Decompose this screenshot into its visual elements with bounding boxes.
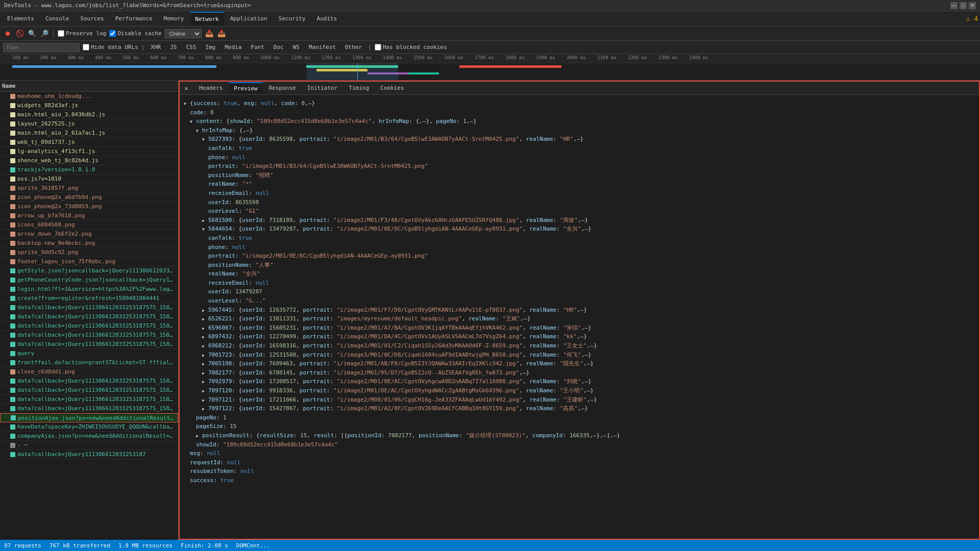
tab-initiator[interactable]: Initiator <box>302 82 343 94</box>
filter-img[interactable]: Img <box>202 43 218 51</box>
filter-doc[interactable]: Doc <box>271 43 287 51</box>
filter-manifest[interactable]: Manifest <box>306 43 339 51</box>
expand-r9[interactable] <box>202 377 208 386</box>
hide-data-urls-checkbox[interactable]: Hide data URLs <box>83 44 138 51</box>
expand-root[interactable] <box>184 99 190 108</box>
list-item[interactable]: data?callback=jQuery11130661203325318757… <box>0 404 178 413</box>
disable-cache-checkbox[interactable]: Disable cache <box>109 30 161 37</box>
list-item[interactable]: icon_phone@2x_73d8859.png <box>0 202 178 211</box>
tab-performance[interactable]: Performance <box>110 12 158 26</box>
list-item[interactable]: frontffail.do?action=grantST&ticket=ST-f… <box>0 358 178 367</box>
export-button[interactable]: 📤 <box>217 29 226 38</box>
list-item[interactable]: main.html_aio_2_61a7ac1.js <box>0 129 178 138</box>
list-item[interactable]: main.html_aio_3.0436db2.js <box>0 110 178 119</box>
tab-memory[interactable]: Memory <box>159 12 189 26</box>
list-item[interactable]: data?callback=jQuery11130661203325318757… <box>0 386 178 395</box>
expand-hrInfoMap[interactable] <box>196 126 202 135</box>
list-item[interactable]: footer_lagou_icon_75f0ebc.png <box>0 257 178 266</box>
list-item[interactable]: arrow_up_b7a7618.png <box>0 211 178 220</box>
clear-button[interactable]: 🚫 <box>15 29 24 38</box>
list-item[interactable]: lg-analytics_4f13cf1.js <box>0 147 178 156</box>
expand-r2[interactable] <box>202 314 208 323</box>
expand-r1[interactable] <box>202 306 208 315</box>
throttle-select[interactable]: Online Fast 3G Slow 3G <box>165 29 202 38</box>
filter-font[interactable]: Font <box>248 43 267 51</box>
filter-js[interactable]: JS <box>167 43 180 51</box>
tab-timing[interactable]: Timing <box>344 82 374 94</box>
minimize-button[interactable]: — <box>950 2 958 9</box>
tab-response[interactable]: Response <box>264 82 301 94</box>
list-item[interactable]: getPhoneCountryCode.json?jsoncallback=jQ… <box>0 276 178 285</box>
maximize-button[interactable]: □ <box>960 2 967 9</box>
window-controls[interactable]: — □ ✕ <box>950 2 976 9</box>
expand-r6[interactable] <box>202 350 208 360</box>
list-item[interactable]: trackjs?version=1.0.1.0 <box>0 165 178 174</box>
list-item[interactable]: data?callback=jQuery11130661203325318757… <box>0 340 178 349</box>
tab-console[interactable]: Console <box>40 12 74 26</box>
filter-xhr[interactable]: XHR <box>148 43 164 51</box>
list-item[interactable]: data?callback=jQuery11130661203325318757… <box>0 312 178 321</box>
list-item[interactable]: data?callback=jQuery11130661203325318757… <box>0 321 178 331</box>
tab-cookies[interactable]: Cookies <box>375 82 409 94</box>
list-item[interactable]: layout_2627525.js <box>0 119 178 129</box>
expand-r10[interactable] <box>202 386 208 395</box>
expand-r11[interactable] <box>202 395 208 405</box>
filter-css[interactable]: CSS <box>183 43 199 51</box>
tab-sources[interactable]: Sources <box>75 12 109 26</box>
filter-ws[interactable]: WS <box>290 43 303 51</box>
list-item[interactable]: sprite_361857f.png <box>0 184 178 193</box>
list-item[interactable]: sprite_9dd5c92.png <box>0 248 178 257</box>
list-item[interactable]: - ~ <box>0 441 178 450</box>
list-item[interactable]: getStyle.json?jsoncallback=jQuery1113066… <box>0 266 178 276</box>
expand-content[interactable] <box>190 117 196 126</box>
filter-media[interactable]: Media <box>222 43 244 51</box>
expand-r8[interactable] <box>202 368 208 378</box>
expand-posResult[interactable] <box>196 431 202 440</box>
expand-hr3[interactable] <box>202 224 208 234</box>
preserve-log-checkbox[interactable]: Preserve log <box>58 30 106 37</box>
list-item[interactable]: data?callback=jQuery11130661203325318757… <box>0 303 178 312</box>
expand-r5[interactable] <box>202 341 208 350</box>
expand-r4[interactable] <box>202 332 208 341</box>
blocked-cookies-checkbox[interactable]: Has blocked cookies <box>375 44 447 51</box>
list-item[interactable]: haveData?spaceKey=ZHIWEISOUSUOYE_QQQUN&c… <box>0 422 178 432</box>
list-item[interactable]: create?from=register&refresh=15884810844… <box>0 294 178 303</box>
preserve-log-input[interactable] <box>58 30 64 37</box>
preview-content[interactable]: {success: true, msg: null, code: 0,—} co… <box>180 95 979 539</box>
close-panel-button[interactable]: ✕ <box>182 84 191 93</box>
list-item[interactable]: shence_web_tj_8c02b4d.js <box>0 156 178 165</box>
list-item[interactable]: data?callback=jQuery11130661203325318757… <box>0 377 178 386</box>
hide-data-urls-input[interactable] <box>83 44 89 51</box>
search-button[interactable]: 🔎 <box>40 29 49 38</box>
list-item[interactable]: query <box>0 349 178 358</box>
record-button[interactable]: ⏺ <box>3 29 12 38</box>
expand-r12[interactable] <box>202 404 208 413</box>
list-item[interactable]: close_c6d8dd1.png <box>0 367 178 377</box>
list-item[interactable]: icons_6084500.png <box>0 220 178 230</box>
tab-elements[interactable]: Elements <box>2 12 39 26</box>
list-item[interactable]: login.html?fl=1&service=https%3A%2F%2Fww… <box>0 285 178 294</box>
disable-cache-input[interactable] <box>109 30 116 37</box>
list-item[interactable]: widgets_882d3af.js <box>0 101 178 110</box>
blocked-cookies-input[interactable] <box>375 44 381 51</box>
expand-r7[interactable] <box>202 359 208 368</box>
tab-audits[interactable]: Audits <box>312 12 342 26</box>
import-button[interactable]: 📥 <box>205 29 214 38</box>
tab-headers[interactable]: Headers <box>194 82 228 94</box>
list-item[interactable]: oss.js?v=1010 <box>0 174 178 184</box>
tab-preview[interactable]: Preview <box>229 82 262 94</box>
expand-r3[interactable] <box>202 323 208 333</box>
expand-hr[interactable] <box>202 135 208 144</box>
list-item[interactable]: data?callback=jQuery11130661203325318757… <box>0 331 178 340</box>
tab-network[interactable]: Network <box>190 12 224 26</box>
close-button[interactable]: ✕ <box>969 2 976 9</box>
list-item[interactable]: backtop-new_0e4bcbc.png <box>0 239 178 248</box>
filter-other[interactable]: Other <box>342 43 365 51</box>
list-item-bottom[interactable]: data?callback=jQuery111306612033253187 <box>0 450 178 459</box>
list-item[interactable]: companyAjax.json?px=new&needAdditionalRe… <box>0 432 178 441</box>
filter-input[interactable] <box>3 43 80 52</box>
tab-security[interactable]: Security <box>274 12 311 26</box>
expand-hr2[interactable] <box>202 216 208 225</box>
list-item[interactable]: arrow_down_7b6f2e2.png <box>0 230 178 239</box>
selected-network-item[interactable]: positionAjax.json?px=new&needAdditionalR… <box>0 413 178 422</box>
